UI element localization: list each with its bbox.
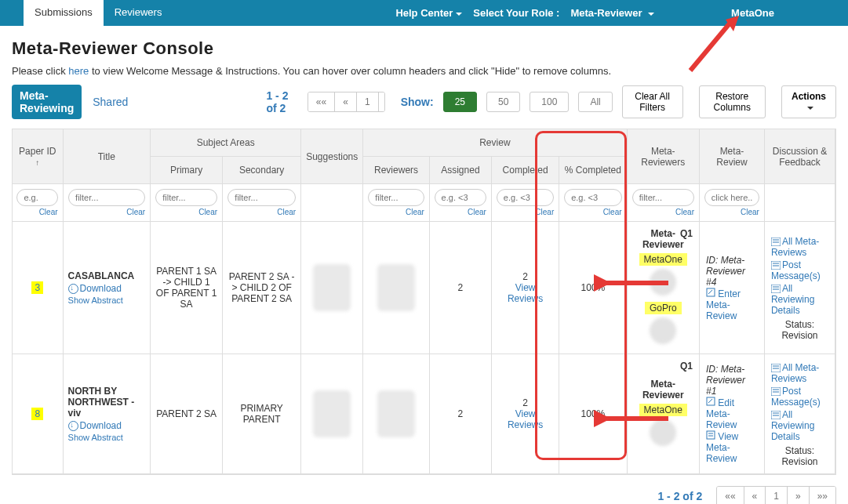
- col-assigned[interactable]: Assigned: [430, 157, 492, 184]
- list-icon: [706, 430, 715, 440]
- meta-reviewer-label: Meta-Reviewer: [642, 379, 684, 401]
- paper-id-link[interactable]: 3: [31, 281, 43, 294]
- view-meta-review-link[interactable]: View Meta-Review: [706, 431, 738, 464]
- pager-next[interactable]: »: [788, 487, 810, 504]
- list-icon: [771, 411, 781, 419]
- clear-reviewers[interactable]: Clear: [366, 208, 424, 216]
- col-discussion[interactable]: Discussion & Feedback: [765, 129, 835, 184]
- show-abstract-link[interactable]: Show Abstract: [68, 296, 146, 305]
- pager-last[interactable]: »»: [810, 487, 835, 504]
- col-secondary[interactable]: Secondary: [223, 157, 301, 184]
- user-label: MetaOne: [731, 7, 774, 19]
- all-reviewing-details-link[interactable]: All Reviewing Details: [771, 409, 828, 442]
- download-icon: [68, 421, 78, 431]
- meta-review-id: ID: Meta-Reviewer #1: [706, 364, 758, 397]
- show-abstract-link[interactable]: Show Abstract: [68, 433, 146, 442]
- view-reviews-link[interactable]: View Reviews: [508, 408, 543, 430]
- col-suggestions[interactable]: Suggestions: [301, 129, 363, 184]
- filter-assigned[interactable]: [435, 189, 487, 206]
- pager-page-1[interactable]: 1: [766, 487, 788, 504]
- all-meta-reviews-link[interactable]: All Meta-Reviews: [771, 362, 828, 384]
- col-reviewers[interactable]: Reviewers: [363, 157, 430, 184]
- svg-rect-10: [707, 397, 715, 405]
- clear-pct[interactable]: Clear: [562, 208, 621, 216]
- pager-page-1[interactable]: 1: [357, 92, 379, 111]
- post-messages-link[interactable]: Post Message(s): [771, 386, 828, 408]
- view-reviews-link[interactable]: View Reviews: [508, 282, 543, 304]
- filter-meta-reviewers[interactable]: [632, 189, 694, 206]
- clear-paper-id[interactable]: Clear: [16, 208, 58, 216]
- filter-completed[interactable]: [497, 189, 554, 206]
- filter-reviewers[interactable]: [368, 189, 424, 206]
- pager-first[interactable]: ««: [717, 487, 744, 504]
- role-selector[interactable]: Meta-Reviewer: [570, 7, 654, 19]
- restore-columns-button[interactable]: Restore Columns: [699, 85, 766, 118]
- clear-meta-reviewers[interactable]: Clear: [631, 208, 694, 216]
- instructions-here-link[interactable]: here: [68, 65, 89, 77]
- download-link[interactable]: Download: [68, 420, 122, 431]
- pagesize-25[interactable]: 25: [443, 92, 477, 112]
- meta-reviewer-name[interactable]: MetaOne: [639, 253, 687, 266]
- clear-title[interactable]: Clear: [67, 208, 146, 216]
- filter-secondary[interactable]: [227, 189, 296, 206]
- clear-completed[interactable]: Clear: [495, 208, 554, 216]
- filter-meta-review[interactable]: [704, 189, 759, 206]
- meta-reviewer-name[interactable]: MetaOne: [639, 404, 687, 416]
- pagesize-50[interactable]: 50: [486, 92, 520, 112]
- pagesize-100[interactable]: 100: [530, 92, 569, 112]
- pager-prev[interactable]: «: [744, 487, 766, 504]
- filter-paper-id[interactable]: [16, 189, 58, 206]
- svg-rect-11: [707, 431, 715, 439]
- actions-button[interactable]: Actions: [781, 85, 836, 118]
- reviewers-blurred: [377, 264, 415, 311]
- suggestions-blurred: [313, 390, 351, 437]
- instructions: Please click here to view Welcome Messag…: [12, 65, 836, 77]
- edit-icon: [706, 288, 715, 297]
- list-icon: [771, 364, 781, 372]
- submissions-table: Paper ID Title Subject Areas Suggestions…: [12, 129, 836, 475]
- download-link[interactable]: Download: [68, 283, 122, 294]
- clear-secondary[interactable]: Clear: [226, 208, 296, 216]
- pager-next[interactable]: »: [379, 92, 385, 111]
- col-title[interactable]: Title: [64, 129, 151, 184]
- pagesize-all[interactable]: All: [578, 92, 612, 112]
- col-primary[interactable]: Primary: [151, 157, 223, 184]
- clear-primary[interactable]: Clear: [154, 208, 217, 216]
- col-completed[interactable]: Completed: [492, 157, 559, 184]
- col-pct-completed[interactable]: % Completed: [559, 157, 627, 184]
- tab-reviewers[interactable]: Reviewers: [104, 0, 173, 26]
- clear-meta-review[interactable]: Clear: [703, 208, 759, 216]
- avatar-blurred: [650, 269, 676, 296]
- enter-meta-review-link[interactable]: Enter Meta-Review: [706, 288, 741, 321]
- edit-meta-review-link[interactable]: Edit Meta-Review: [706, 397, 737, 430]
- role-label: Select Your Role :: [473, 7, 559, 19]
- clear-assigned[interactable]: Clear: [433, 208, 486, 216]
- range-label: 1 - 2 of 2: [266, 89, 294, 114]
- paper-id-link[interactable]: 8: [31, 408, 43, 420]
- pager-first[interactable]: ««: [308, 92, 335, 111]
- post-messages-link[interactable]: Post Message(s): [771, 259, 828, 281]
- sort-asc-icon: [35, 157, 39, 168]
- avatar-blurred: [650, 317, 676, 344]
- col-paper-id[interactable]: Paper ID: [13, 129, 64, 184]
- meta-reviewing-pill[interactable]: Meta-Reviewing: [12, 85, 82, 119]
- clear-all-filters-button[interactable]: Clear All Filters: [622, 85, 683, 118]
- col-meta-reviewers[interactable]: Meta-Reviewers: [628, 129, 700, 184]
- status-label: Status: Revision: [771, 445, 828, 467]
- all-reviewing-details-link[interactable]: All Reviewing Details: [771, 283, 828, 316]
- col-subject-areas[interactable]: Subject Areas: [151, 129, 301, 157]
- meta-reviewer-name[interactable]: GoPro: [645, 302, 682, 314]
- pager-prev[interactable]: «: [335, 92, 357, 111]
- paper-title: CASABLANCA: [68, 270, 135, 281]
- tab-submissions[interactable]: Submissions: [24, 0, 104, 26]
- shared-link[interactable]: Shared: [93, 96, 128, 108]
- col-review[interactable]: Review: [363, 129, 627, 157]
- quarter-label: Q1: [680, 361, 693, 372]
- col-meta-review[interactable]: Meta-Review: [700, 129, 765, 184]
- help-center-link[interactable]: Help Center: [395, 7, 462, 19]
- filter-title[interactable]: [68, 189, 144, 206]
- all-meta-reviews-link[interactable]: All Meta-Reviews: [771, 236, 828, 258]
- filter-pct[interactable]: [564, 189, 621, 206]
- filter-primary[interactable]: [155, 189, 217, 206]
- assigned-count: 2: [430, 354, 492, 474]
